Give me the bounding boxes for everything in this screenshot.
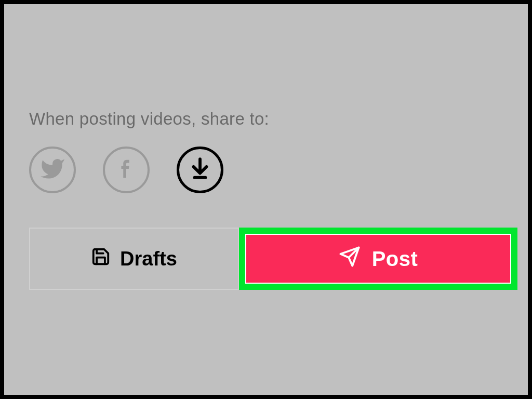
post-button[interactable]: Post xyxy=(245,234,511,284)
share-options-row xyxy=(29,147,223,193)
drafts-label: Drafts xyxy=(120,248,177,270)
post-panel: When posting videos, share to: xyxy=(4,4,528,395)
twitter-icon xyxy=(39,156,65,184)
post-label: Post xyxy=(372,247,418,271)
facebook-icon xyxy=(114,157,138,183)
post-button-highlight: Post xyxy=(239,228,517,290)
send-icon xyxy=(339,246,361,272)
save-icon xyxy=(91,247,111,271)
share-twitter-button[interactable] xyxy=(29,147,76,193)
share-to-label: When posting videos, share to: xyxy=(29,109,269,129)
share-download-button[interactable] xyxy=(177,147,223,193)
share-facebook-button[interactable] xyxy=(103,147,150,193)
action-buttons-row: Drafts Post xyxy=(29,228,517,290)
download-icon xyxy=(187,156,213,184)
drafts-button[interactable]: Drafts xyxy=(29,228,239,290)
